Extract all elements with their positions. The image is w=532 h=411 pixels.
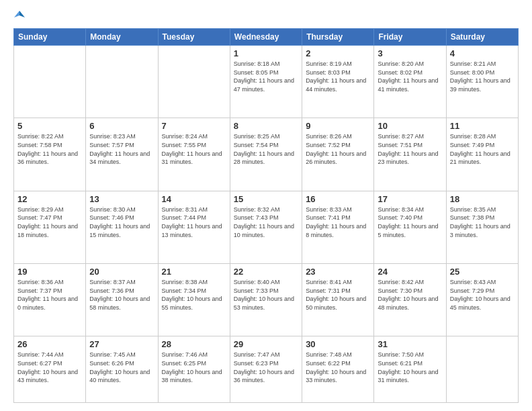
day-number: 11 — [450, 121, 515, 131]
day-info: Sunrise: 8:40 AM Sunset: 7:33 PM Dayligh… — [234, 278, 298, 312]
day-number: 20 — [89, 267, 154, 277]
day-number: 23 — [306, 267, 370, 277]
day-number: 13 — [89, 194, 154, 204]
weekday-header-sunday: Sunday — [14, 29, 86, 46]
day-number: 14 — [162, 194, 226, 204]
header — [13, 11, 519, 23]
weekday-header-monday: Monday — [86, 29, 158, 46]
day-number: 29 — [234, 339, 298, 349]
day-number: 5 — [17, 121, 82, 131]
calendar-cell: 31Sunrise: 7:50 AM Sunset: 6:21 PM Dayli… — [374, 336, 446, 403]
calendar-cell: 25Sunrise: 8:43 AM Sunset: 7:29 PM Dayli… — [446, 264, 518, 336]
calendar-week-row: 12Sunrise: 8:29 AM Sunset: 7:47 PM Dayli… — [14, 191, 519, 263]
day-number: 12 — [17, 194, 82, 204]
calendar-cell: 29Sunrise: 7:47 AM Sunset: 6:23 PM Dayli… — [230, 336, 302, 403]
logo — [13, 11, 25, 23]
day-number: 31 — [378, 339, 442, 349]
weekday-header-thursday: Thursday — [302, 29, 374, 46]
calendar-cell: 3Sunrise: 8:20 AM Sunset: 8:02 PM Daylig… — [374, 46, 446, 118]
calendar-cell: 5Sunrise: 8:22 AM Sunset: 7:58 PM Daylig… — [14, 118, 86, 191]
day-number: 25 — [450, 267, 515, 277]
calendar-cell: 10Sunrise: 8:27 AM Sunset: 7:51 PM Dayli… — [374, 118, 446, 191]
day-info: Sunrise: 8:32 AM Sunset: 7:43 PM Dayligh… — [234, 205, 298, 239]
calendar-cell: 1Sunrise: 8:18 AM Sunset: 8:05 PM Daylig… — [230, 46, 302, 118]
weekday-header-row: SundayMondayTuesdayWednesdayThursdayFrid… — [14, 29, 519, 46]
calendar-cell: 6Sunrise: 8:23 AM Sunset: 7:57 PM Daylig… — [86, 118, 158, 191]
day-info: Sunrise: 8:33 AM Sunset: 7:41 PM Dayligh… — [306, 205, 370, 239]
day-info: Sunrise: 8:34 AM Sunset: 7:40 PM Dayligh… — [378, 205, 442, 239]
page: SundayMondayTuesdayWednesdayThursdayFrid… — [0, 0, 532, 411]
day-info: Sunrise: 7:48 AM Sunset: 6:22 PM Dayligh… — [306, 351, 370, 384]
day-info: Sunrise: 8:38 AM Sunset: 7:34 PM Dayligh… — [162, 278, 226, 312]
day-number: 15 — [234, 194, 298, 204]
day-info: Sunrise: 8:19 AM Sunset: 8:03 PM Dayligh… — [306, 60, 370, 93]
day-info: Sunrise: 8:27 AM Sunset: 7:51 PM Dayligh… — [378, 132, 442, 166]
calendar-cell: 22Sunrise: 8:40 AM Sunset: 7:33 PM Dayli… — [230, 264, 302, 336]
day-number: 18 — [450, 194, 515, 204]
day-info: Sunrise: 8:37 AM Sunset: 7:36 PM Dayligh… — [89, 278, 154, 312]
calendar-cell: 30Sunrise: 7:48 AM Sunset: 6:22 PM Dayli… — [302, 336, 374, 403]
day-number: 16 — [306, 194, 370, 204]
day-number: 19 — [17, 267, 82, 277]
day-number: 27 — [89, 339, 154, 349]
calendar-cell: 23Sunrise: 8:41 AM Sunset: 7:31 PM Dayli… — [302, 264, 374, 336]
day-info: Sunrise: 7:44 AM Sunset: 6:27 PM Dayligh… — [17, 351, 82, 384]
day-number: 30 — [306, 339, 370, 349]
day-number: 26 — [17, 339, 82, 349]
day-info: Sunrise: 8:29 AM Sunset: 7:47 PM Dayligh… — [17, 205, 82, 239]
calendar-cell: 28Sunrise: 7:46 AM Sunset: 6:25 PM Dayli… — [158, 336, 230, 403]
calendar-cell: 19Sunrise: 8:36 AM Sunset: 7:37 PM Dayli… — [14, 264, 86, 336]
logo-bird-icon — [14, 11, 25, 26]
calendar-cell — [158, 46, 230, 118]
day-number: 8 — [234, 121, 298, 131]
day-number: 2 — [306, 48, 370, 58]
calendar-table: SundayMondayTuesdayWednesdayThursdayFrid… — [13, 28, 519, 403]
day-info: Sunrise: 8:20 AM Sunset: 8:02 PM Dayligh… — [378, 60, 442, 93]
weekday-header-tuesday: Tuesday — [158, 29, 230, 46]
calendar-cell: 13Sunrise: 8:30 AM Sunset: 7:46 PM Dayli… — [86, 191, 158, 263]
day-info: Sunrise: 8:26 AM Sunset: 7:52 PM Dayligh… — [306, 132, 370, 166]
day-info: Sunrise: 8:18 AM Sunset: 8:05 PM Dayligh… — [234, 60, 298, 93]
day-number: 3 — [378, 48, 442, 58]
day-number: 4 — [450, 48, 515, 58]
calendar-cell: 2Sunrise: 8:19 AM Sunset: 8:03 PM Daylig… — [302, 46, 374, 118]
calendar-cell: 16Sunrise: 8:33 AM Sunset: 7:41 PM Dayli… — [302, 191, 374, 263]
day-info: Sunrise: 8:31 AM Sunset: 7:44 PM Dayligh… — [162, 205, 226, 239]
day-info: Sunrise: 8:24 AM Sunset: 7:55 PM Dayligh… — [162, 132, 226, 166]
calendar-cell: 18Sunrise: 8:35 AM Sunset: 7:38 PM Dayli… — [446, 191, 518, 263]
day-number: 22 — [234, 267, 298, 277]
day-number: 1 — [234, 48, 298, 58]
calendar-cell: 26Sunrise: 7:44 AM Sunset: 6:27 PM Dayli… — [14, 336, 86, 403]
day-info: Sunrise: 8:41 AM Sunset: 7:31 PM Dayligh… — [306, 278, 370, 312]
calendar-cell: 4Sunrise: 8:21 AM Sunset: 8:00 PM Daylig… — [446, 46, 518, 118]
calendar-cell: 17Sunrise: 8:34 AM Sunset: 7:40 PM Dayli… — [374, 191, 446, 263]
day-info: Sunrise: 8:36 AM Sunset: 7:37 PM Dayligh… — [17, 278, 82, 312]
day-number: 21 — [162, 267, 226, 277]
day-info: Sunrise: 8:25 AM Sunset: 7:54 PM Dayligh… — [234, 132, 298, 166]
day-number: 24 — [378, 267, 442, 277]
calendar-cell — [446, 336, 518, 403]
calendar-week-row: 19Sunrise: 8:36 AM Sunset: 7:37 PM Dayli… — [14, 264, 519, 336]
day-number: 9 — [306, 121, 370, 131]
day-number: 7 — [162, 121, 226, 131]
day-info: Sunrise: 8:42 AM Sunset: 7:30 PM Dayligh… — [378, 278, 442, 312]
calendar-cell: 24Sunrise: 8:42 AM Sunset: 7:30 PM Dayli… — [374, 264, 446, 336]
calendar-cell: 20Sunrise: 8:37 AM Sunset: 7:36 PM Dayli… — [86, 264, 158, 336]
day-info: Sunrise: 7:47 AM Sunset: 6:23 PM Dayligh… — [234, 351, 298, 384]
day-info: Sunrise: 8:21 AM Sunset: 8:00 PM Dayligh… — [450, 60, 515, 93]
calendar-week-row: 26Sunrise: 7:44 AM Sunset: 6:27 PM Dayli… — [14, 336, 519, 403]
weekday-header-friday: Friday — [374, 29, 446, 46]
calendar-cell: 8Sunrise: 8:25 AM Sunset: 7:54 PM Daylig… — [230, 118, 302, 191]
day-info: Sunrise: 8:23 AM Sunset: 7:57 PM Dayligh… — [89, 132, 154, 166]
day-number: 28 — [162, 339, 226, 349]
svg-marker-0 — [19, 11, 25, 17]
calendar-cell: 12Sunrise: 8:29 AM Sunset: 7:47 PM Dayli… — [14, 191, 86, 263]
day-info: Sunrise: 8:35 AM Sunset: 7:38 PM Dayligh… — [450, 205, 515, 239]
day-info: Sunrise: 7:45 AM Sunset: 6:26 PM Dayligh… — [89, 351, 154, 384]
day-number: 6 — [89, 121, 154, 131]
day-info: Sunrise: 8:30 AM Sunset: 7:46 PM Dayligh… — [89, 205, 154, 239]
day-info: Sunrise: 7:50 AM Sunset: 6:21 PM Dayligh… — [378, 351, 442, 384]
calendar-cell: 7Sunrise: 8:24 AM Sunset: 7:55 PM Daylig… — [158, 118, 230, 191]
calendar-week-row: 1Sunrise: 8:18 AM Sunset: 8:05 PM Daylig… — [14, 46, 519, 118]
weekday-header-saturday: Saturday — [446, 29, 518, 46]
